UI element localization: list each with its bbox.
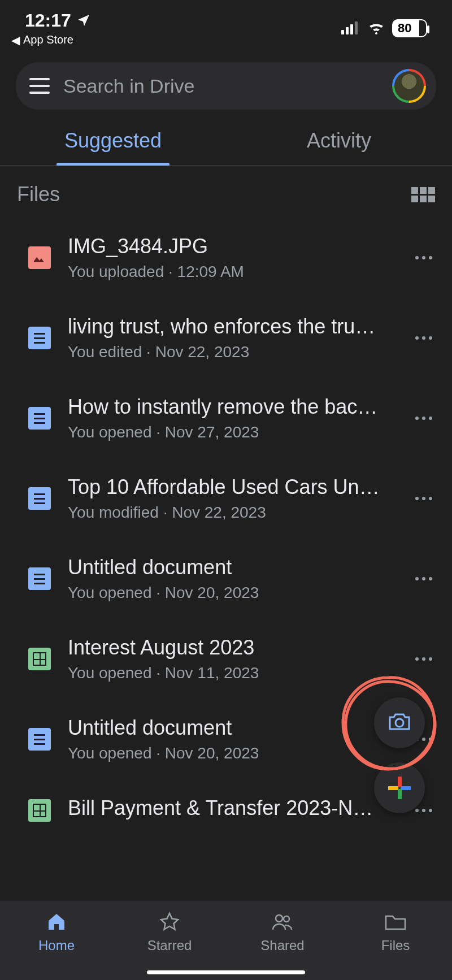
- file-more-button[interactable]: [412, 657, 435, 661]
- nav-home[interactable]: Home: [0, 901, 113, 963]
- camera-fab[interactable]: [374, 697, 425, 748]
- file-meta: You modified · Nov 22, 2023: [68, 504, 395, 522]
- tab-activity[interactable]: Activity: [226, 115, 452, 165]
- top-tabs: Suggested Activity: [0, 115, 452, 166]
- section-title: Files: [17, 183, 60, 206]
- file-name: living trust, who enforces the tru…: [68, 315, 395, 339]
- home-icon: [45, 910, 68, 933]
- battery-level: 80: [398, 21, 411, 36]
- nav-home-label: Home: [38, 938, 75, 953]
- file-more-button[interactable]: [412, 809, 435, 812]
- image-file-icon: [28, 246, 51, 269]
- file-name: IMG_3484.JPG: [68, 235, 395, 258]
- nav-shared-label: Shared: [260, 938, 304, 953]
- file-row[interactable]: Interest August 2023 You opened · Nov 11…: [0, 619, 452, 699]
- status-bar: 12:17 ◀ App Store 80: [0, 0, 452, 51]
- svg-rect-3: [355, 21, 358, 34]
- file-row[interactable]: Top 10 Affordable Used Cars Un… You modi…: [0, 458, 452, 539]
- svg-point-5: [395, 719, 403, 727]
- cell-signal-icon: [341, 18, 360, 39]
- nav-starred-label: Starred: [147, 938, 192, 953]
- svg-point-6: [276, 915, 282, 922]
- add-fab[interactable]: [374, 762, 425, 813]
- file-name: How to instantly remove the bac…: [68, 395, 395, 419]
- file-name: Top 10 Affordable Used Cars Un…: [68, 475, 395, 499]
- status-time: 12:17: [25, 10, 71, 31]
- file-row[interactable]: IMG_3484.JPG You uploaded · 12:09 AM: [0, 218, 452, 298]
- file-name: Bill Payment & Transfer 2023-N…: [68, 796, 395, 820]
- search-bar[interactable]: Search in Drive: [16, 62, 436, 110]
- file-name: Interest August 2023: [68, 636, 395, 660]
- tab-suggested-label: Suggested: [64, 129, 162, 152]
- bottom-nav: Home Starred Shared Files: [0, 901, 452, 980]
- doc-file-icon: [28, 487, 51, 510]
- file-meta: You uploaded · 12:09 AM: [68, 263, 395, 281]
- battery-indicator: 80: [392, 19, 427, 37]
- file-meta: You opened · Nov 20, 2023: [68, 584, 395, 602]
- svg-rect-2: [350, 24, 353, 34]
- file-more-button[interactable]: [412, 497, 435, 500]
- file-more-button[interactable]: [412, 577, 435, 580]
- account-avatar[interactable]: [392, 69, 426, 103]
- star-icon: [158, 910, 181, 933]
- tab-activity-label: Activity: [307, 129, 371, 152]
- file-name: Untitled document: [68, 716, 395, 740]
- tab-suggested[interactable]: Suggested: [0, 115, 226, 165]
- nav-shared[interactable]: Shared: [226, 901, 339, 963]
- file-more-button[interactable]: [412, 336, 435, 340]
- file-list: IMG_3484.JPG You uploaded · 12:09 AM liv…: [0, 218, 452, 842]
- home-indicator[interactable]: [147, 970, 305, 974]
- wifi-icon: [367, 18, 385, 39]
- file-meta: You edited · Nov 22, 2023: [68, 343, 395, 361]
- chevron-left-icon: ◀: [11, 33, 20, 47]
- view-grid-icon[interactable]: [411, 187, 435, 202]
- file-meta: You opened · Nov 11, 2023: [68, 664, 395, 682]
- folder-icon: [384, 910, 407, 933]
- svg-rect-1: [346, 27, 349, 34]
- file-meta: You opened · Nov 27, 2023: [68, 423, 395, 441]
- doc-file-icon: [28, 567, 51, 590]
- file-meta: You opened · Nov 20, 2023: [68, 744, 395, 762]
- file-name: Untitled document: [68, 556, 395, 579]
- plus-icon: [388, 777, 411, 799]
- back-to-app-store[interactable]: ◀ App Store: [11, 33, 73, 47]
- nav-starred[interactable]: Starred: [113, 901, 226, 963]
- location-arrow-icon: [77, 10, 90, 31]
- menu-icon[interactable]: [29, 78, 50, 94]
- search-input[interactable]: Search in Drive: [63, 75, 379, 97]
- nav-files[interactable]: Files: [339, 901, 452, 963]
- sheet-file-icon: [28, 648, 51, 670]
- file-row[interactable]: living trust, who enforces the tru… You …: [0, 298, 452, 378]
- doc-file-icon: [28, 327, 51, 349]
- file-more-button[interactable]: [412, 256, 435, 259]
- back-app-label: App Store: [23, 33, 73, 46]
- sheet-file-icon: [28, 799, 51, 822]
- camera-icon: [388, 712, 411, 734]
- svg-point-7: [284, 916, 289, 922]
- file-row[interactable]: Untitled document You opened · Nov 20, 2…: [0, 539, 452, 619]
- nav-files-label: Files: [381, 938, 410, 953]
- file-more-button[interactable]: [412, 417, 435, 420]
- doc-file-icon: [28, 407, 51, 430]
- svg-rect-0: [341, 30, 344, 34]
- people-icon: [271, 910, 294, 933]
- file-row[interactable]: How to instantly remove the bac… You ope…: [0, 378, 452, 458]
- doc-file-icon: [28, 728, 51, 751]
